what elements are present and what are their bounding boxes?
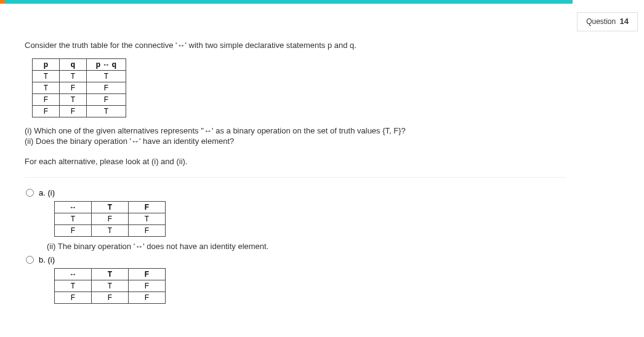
option-b-letter: b. (39, 255, 46, 264)
option-b[interactable]: b. (i) (25, 255, 548, 264)
progress-bar (0, 0, 573, 4)
option-b-part1: (i) (47, 255, 55, 264)
th: T (92, 269, 129, 280)
cell: F (92, 292, 129, 304)
question-badge-label: Question (586, 17, 616, 26)
option-a-part1: (i) (47, 188, 55, 197)
cell: F (92, 213, 129, 225)
option-b-radio[interactable] (26, 256, 34, 264)
cell: F (55, 292, 92, 304)
option-a-radio[interactable] (26, 189, 34, 197)
cell: F (60, 82, 87, 94)
question-badge: Question 14 (577, 12, 638, 31)
cell: T (55, 213, 92, 225)
cell: T (33, 71, 60, 82)
question-prompt: Consider the truth table for the connect… (25, 41, 548, 50)
cell: F (33, 106, 60, 117)
cell: T (92, 225, 129, 237)
question-badge-number: 14 (620, 17, 629, 26)
cell: F (87, 82, 126, 94)
cell: T (60, 94, 87, 106)
cell: T (33, 82, 60, 94)
th: F (129, 269, 166, 280)
cell: F (129, 292, 166, 304)
th: ↔ (55, 202, 92, 213)
option-a-table: ↔ T F T F T F T F (54, 201, 166, 237)
cell: F (60, 106, 87, 117)
option-b-label: b. (i) (39, 255, 55, 264)
th: ↔ (55, 269, 92, 280)
truth-table-main: p q p ↔ q T T T T F F F T F F F T (32, 58, 126, 117)
cell: F (33, 94, 60, 106)
cell: F (55, 225, 92, 237)
instruction-note: For each alternative, please look at (i)… (25, 157, 548, 166)
cell: F (87, 94, 126, 106)
option-a-label: a. (i) (39, 188, 55, 197)
option-b-table: ↔ T F T T F F F F (54, 268, 166, 304)
cell: F (129, 280, 166, 292)
cell: T (92, 280, 129, 292)
subquestion-i: (i) Which one of the given alternatives … (25, 126, 548, 135)
th-pq: p ↔ q (87, 59, 126, 71)
option-a-part2: (ii) The binary operation '↔' does not h… (47, 242, 548, 251)
subquestion-ii: (ii) Does the binary operation '↔' have … (25, 137, 548, 146)
cell: F (129, 225, 166, 237)
th-q: q (60, 59, 87, 71)
divider (25, 177, 566, 178)
cell: T (87, 71, 126, 82)
cell: T (55, 280, 92, 292)
cell: T (87, 106, 126, 117)
th-p: p (33, 59, 60, 71)
th: T (92, 202, 129, 213)
cell: T (129, 213, 166, 225)
option-a[interactable]: a. (i) (25, 188, 548, 197)
cell: T (60, 71, 87, 82)
question-content: Consider the truth table for the connect… (0, 4, 573, 315)
th: F (129, 202, 166, 213)
option-a-letter: a. (39, 188, 46, 197)
